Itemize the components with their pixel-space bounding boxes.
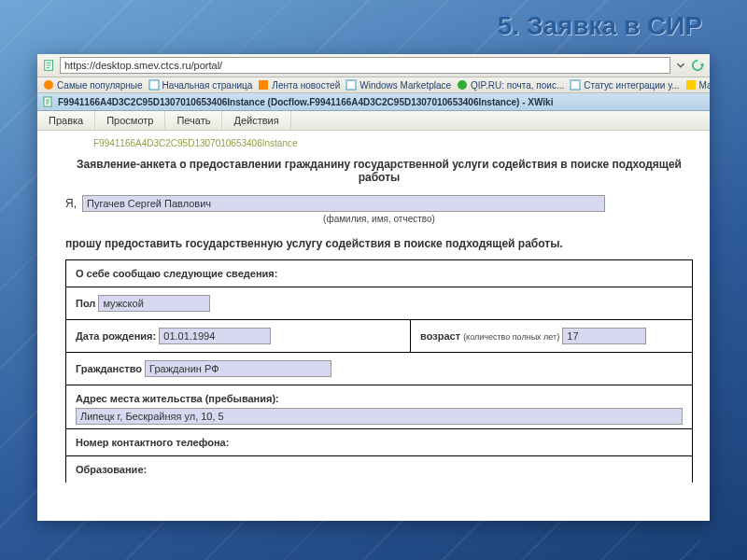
about-header: О себе сообщаю следующие сведения:: [66, 260, 693, 287]
age-label: возраст: [420, 330, 460, 342]
bookmark-item[interactable]: Самые популярные: [43, 79, 143, 91]
bookmark-item[interactable]: QIP.RU: почта, поис...: [457, 79, 564, 91]
address-label: Адрес места жительства (пребывания):: [76, 393, 683, 404]
education-label: Образование:: [66, 456, 693, 483]
bookmark-item[interactable]: Windows Marketplace: [345, 79, 451, 91]
page-content: F9941166A4D3C2C95D1307010653406Instance …: [37, 131, 710, 521]
svg-point-1: [44, 80, 53, 90]
bookmark-item[interactable]: Mail AT: [685, 79, 710, 91]
slide-title: 5. Заявка в СИР: [498, 11, 702, 41]
window-titlebar: F9941166A4D3C2C95D1307010653406Instance …: [37, 93, 710, 111]
address-bar: [37, 54, 710, 77]
citizenship-label: Гражданство: [76, 363, 142, 374]
bookmark-item[interactable]: Лента новостей: [258, 79, 340, 91]
label-i: Я,: [65, 197, 77, 210]
browser-window: Самые популярные Начальная страница Лент…: [37, 54, 710, 521]
fio-field[interactable]: [82, 195, 605, 212]
refresh-icon[interactable]: [691, 59, 704, 72]
svg-point-5: [458, 80, 467, 90]
svg-rect-3: [259, 80, 268, 90]
gender-field[interactable]: [98, 295, 210, 312]
bookmark-label: Статус интеграции у...: [584, 80, 679, 91]
menu-edit[interactable]: Правка: [37, 111, 95, 130]
svg-rect-6: [571, 80, 580, 90]
bookmark-label: Windows Marketplace: [359, 80, 451, 91]
request-text: прошу предоставить государственную услуг…: [65, 237, 693, 250]
bookmark-label: Самые популярные: [57, 80, 143, 91]
menu-bar: Правка Просмотр Печать Действия: [37, 111, 710, 131]
dob-label: Дата рождения:: [76, 330, 156, 342]
age-note: (количество полных лет): [463, 332, 559, 342]
form-table: О себе сообщаю следующие сведения: Пол Д…: [65, 259, 693, 483]
menu-view[interactable]: Просмотр: [95, 111, 165, 130]
instance-label: F9941166A4D3C2C95D1307010653406Instance: [93, 138, 693, 148]
fio-caption: (фамилия, имя, отчество): [65, 214, 693, 224]
svg-rect-7: [686, 80, 696, 90]
svg-rect-4: [346, 80, 356, 90]
dropdown-icon[interactable]: [674, 59, 687, 72]
menu-actions[interactable]: Действия: [222, 111, 290, 130]
url-input[interactable]: [60, 57, 670, 74]
age-field[interactable]: [562, 328, 646, 344]
bookmark-label: QIP.RU: почта, поис...: [471, 80, 564, 91]
phone-label: Номер контактного телефона:: [66, 429, 693, 456]
gender-label: Пол: [76, 298, 95, 309]
window-title: F9941166A4D3C2C95D1307010653406Instance …: [58, 97, 553, 107]
address-field[interactable]: [76, 408, 683, 425]
menu-print[interactable]: Печать: [165, 111, 222, 130]
bookmark-item[interactable]: Начальная страница: [148, 79, 253, 91]
citizenship-field[interactable]: [145, 360, 331, 377]
page-icon: [43, 59, 56, 72]
bookmarks-bar: Самые популярные Начальная страница Лент…: [37, 77, 710, 93]
svg-rect-2: [149, 80, 159, 90]
bookmark-item[interactable]: Статус интеграции у...: [570, 79, 679, 91]
bookmark-label: Mail AT: [699, 80, 710, 91]
document-icon: [43, 96, 54, 107]
bookmark-label: Лента новостей: [272, 80, 340, 91]
bookmark-label: Начальная страница: [162, 80, 253, 91]
form-title: Заявление-анкета о предоставлении гражда…: [65, 158, 693, 184]
dob-field[interactable]: [159, 328, 271, 344]
